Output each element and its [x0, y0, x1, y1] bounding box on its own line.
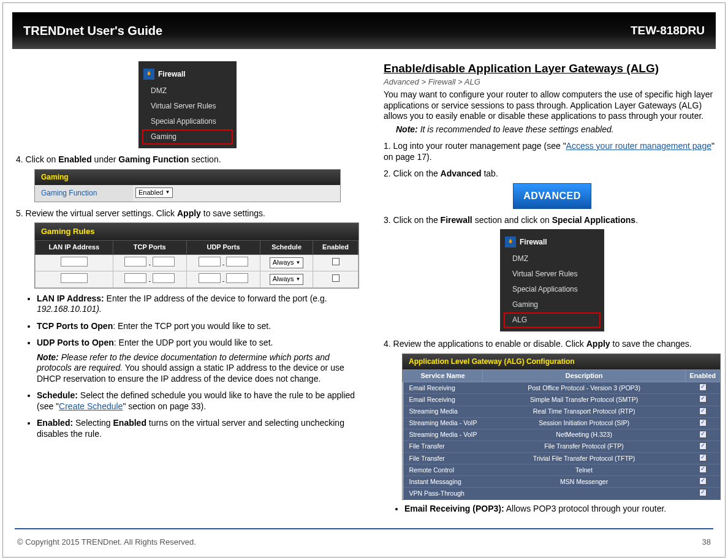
- schedule-select[interactable]: Always▼: [270, 257, 304, 268]
- alg-description: Session Initiation Protocol (SIP): [483, 417, 686, 429]
- alg-enabled-checkbox[interactable]: [699, 419, 707, 426]
- gaming-function-select[interactable]: Enabled ▼: [135, 187, 173, 199]
- alg-col-enabled: Enabled: [686, 369, 720, 382]
- chevron-down-icon: ▼: [296, 276, 301, 282]
- col-schedule: Schedule: [260, 241, 313, 255]
- access-router-page-link[interactable]: Access your router management page: [566, 141, 711, 151]
- alg-description: MSN Messenger: [483, 476, 686, 488]
- fw-item: DMZ: [138, 83, 237, 99]
- alg-enabled-checkbox[interactable]: [699, 466, 707, 473]
- alg-service-name: Email Receiving: [403, 382, 483, 394]
- table-row: Streaming Media - VoIPNetMeeting (H.323): [403, 429, 720, 441]
- gaming-panel-head: Gaming: [35, 170, 340, 185]
- table-row: Instant MessagingMSN Messenger: [403, 476, 720, 488]
- alg-service-name: Streaming Media: [403, 406, 483, 417]
- fw-item: Special Applications: [500, 282, 604, 297]
- enabled-checkbox[interactable]: [332, 258, 339, 265]
- alg-description: NetMeeting (H.323): [483, 429, 686, 441]
- lan-ip-input[interactable]: [61, 273, 88, 283]
- alg-step4: 4. Review the applications to enable or …: [384, 339, 721, 350]
- fw-item-gaming-highlighted: Gaming: [142, 129, 233, 145]
- col-lan-ip: LAN IP Address: [36, 241, 113, 255]
- alg-enabled-checkbox[interactable]: [699, 431, 707, 438]
- alg-enabled-checkbox[interactable]: [699, 395, 707, 403]
- alg-description: File Transfer Protocol (FTP): [483, 441, 686, 452]
- col-tcp: TCP Ports: [113, 241, 186, 255]
- alg-col-desc: Description: [483, 369, 686, 382]
- alg-service-name: Instant Messaging: [403, 476, 483, 488]
- left-column: Firewall DMZ Virtual Server Rules Specia…: [12, 56, 363, 523]
- table-row: Remote ControlTelnet: [403, 464, 720, 476]
- alg-enabled-checkbox[interactable]: [699, 407, 707, 415]
- tcp-from-input[interactable]: [124, 257, 146, 267]
- udp-from-input[interactable]: [199, 257, 221, 267]
- firewall-menu-title: Firewall: [520, 238, 547, 247]
- fw-item: Gaming: [500, 297, 604, 312]
- alg-description: Simple Mail Transfer Protocol (SMTP): [483, 394, 686, 406]
- alg-enabled-checkbox[interactable]: [699, 442, 707, 450]
- alg-description: Telnet: [483, 464, 686, 476]
- list-item: LAN IP Address: Enter the IP address of …: [37, 293, 359, 315]
- copyright-text: © Copyright 2015 TRENDnet. All Rights Re…: [17, 537, 196, 547]
- alg-service-name: Email Receiving: [403, 394, 483, 406]
- chevron-down-icon: ▼: [296, 260, 301, 266]
- list-item: TCP Ports to Open: Enter the TCP port yo…: [37, 321, 359, 332]
- step-4-text: 4. Click on Enabled under Gaming Functio…: [16, 154, 359, 165]
- fw-item-alg-highlighted: ALG: [504, 312, 601, 328]
- alg-enabled-checkbox[interactable]: [699, 384, 707, 391]
- page-footer: © Copyright 2015 TRENDnet. All Rights Re…: [17, 537, 711, 547]
- gaming-function-label: Gaming Function: [35, 185, 133, 202]
- alg-step1: 1. Log into your router management page …: [384, 141, 721, 162]
- firewall-icon: [505, 236, 516, 248]
- alg-panel-head: Application Level Gateway (ALG) Configur…: [403, 354, 720, 369]
- gaming-rules-panel: Gaming Rules LAN IP Address TCP Ports UD…: [34, 222, 359, 289]
- chevron-down-icon: ▼: [165, 189, 170, 195]
- alg-enabled-checkbox[interactable]: [699, 454, 707, 461]
- page-header: TRENDnet User's Guide TEW-818DRU: [12, 12, 716, 49]
- alg-enabled-checkbox[interactable]: [699, 477, 707, 485]
- table-row: File TransferFile Transfer Protocol (FTP…: [403, 441, 720, 452]
- alg-description: [483, 488, 686, 499]
- alg-description: Trivial File Transfer Protocol (TFTP): [483, 453, 686, 464]
- fw-item: Virtual Server Rules: [500, 267, 604, 282]
- udp-to-input[interactable]: [226, 273, 248, 283]
- gaming-rules-head: Gaming Rules: [35, 223, 358, 240]
- tcp-to-input[interactable]: [153, 257, 175, 267]
- table-row: Streaming MediaReal Time Transport Proto…: [403, 406, 720, 417]
- breadcrumb: Advanced > Firewall > ALG: [384, 77, 721, 87]
- list-item: Email Receiving (POP3): Allows POP3 prot…: [404, 504, 721, 515]
- col-enabled: Enabled: [313, 241, 358, 255]
- udp-to-input[interactable]: [226, 257, 248, 267]
- advanced-tab: ADVANCED: [513, 183, 591, 209]
- schedule-select[interactable]: Always▼: [270, 274, 304, 285]
- alg-service-name: Remote Control: [403, 464, 483, 476]
- fw-item: Special Applications: [138, 114, 237, 129]
- footer-divider: [15, 528, 713, 529]
- table-row: - - Always▼: [36, 271, 358, 287]
- alg-service-name: File Transfer: [403, 441, 483, 452]
- udp-from-input[interactable]: [199, 273, 221, 283]
- alg-service-name: File Transfer: [403, 453, 483, 464]
- alg-table: Service Name Description Enabled Email R…: [403, 369, 720, 499]
- alg-section-title: Enable/disable Application Layer Gateway…: [384, 61, 721, 76]
- alg-description: Real Time Transport Protocol (RTP): [483, 406, 686, 417]
- table-row: VPN Pass-Through: [403, 488, 720, 499]
- create-schedule-link[interactable]: Create Schedule: [59, 401, 123, 411]
- tcp-to-input[interactable]: [153, 273, 175, 283]
- enabled-checkbox[interactable]: [332, 274, 339, 282]
- right-column: Enable/disable Application Layer Gateway…: [380, 56, 724, 523]
- fw-item: Virtual Server Rules: [138, 99, 237, 114]
- alg-config-panel: Application Level Gateway (ALG) Configur…: [402, 354, 721, 500]
- list-item: Schedule: Select the defined schedule yo…: [37, 390, 359, 412]
- alg-note: Note: It is recommended to leave these s…: [396, 124, 721, 135]
- list-item: Enabled: Selecting Enabled turns on the …: [37, 418, 359, 439]
- alg-enabled-checkbox[interactable]: [699, 489, 707, 496]
- lan-ip-input[interactable]: [61, 257, 88, 267]
- firewall-icon: [143, 69, 154, 80]
- alg-intro-para: You may want to configure your router to…: [384, 89, 721, 122]
- alg-service-name: VPN Pass-Through: [403, 488, 483, 499]
- tcp-from-input[interactable]: [124, 273, 146, 283]
- list-item: UDP Ports to Open: Enter the UDP port yo…: [37, 338, 359, 384]
- alg-step2: 2. Click on the Advanced tab.: [384, 168, 721, 180]
- firewall-menu-screenshot: Firewall DMZ Virtual Server Rules Specia…: [138, 61, 237, 148]
